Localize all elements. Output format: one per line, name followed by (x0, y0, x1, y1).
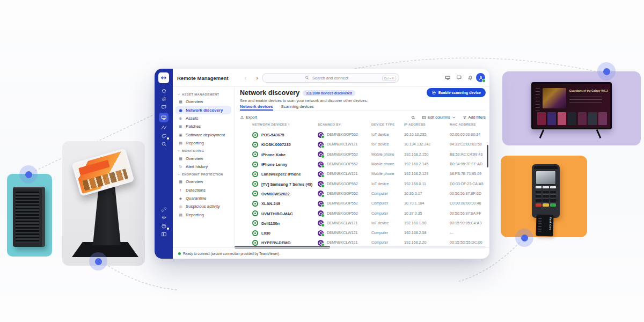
rail-top-group (155, 87, 173, 147)
sidebar-item-label: Overview (186, 179, 203, 184)
scanner-icon (318, 220, 324, 226)
table-row[interactable]: Lansweeper2 iPhone DEMNBKCLW121 Mobile p… (235, 169, 486, 179)
sidebar-item-overview[interactable]: ▦Overview (175, 98, 231, 106)
sidebar-item-reporting[interactable]: ▤Reporting (175, 139, 231, 147)
search-bar[interactable]: Ctrl + K (262, 73, 399, 83)
tv-panel: Guardians of the Galaxy Vol. 2 (502, 71, 641, 145)
rail-connections-icon[interactable] (159, 96, 169, 102)
rail-link-icon[interactable] (159, 207, 169, 213)
table-row[interactable]: L030 DEMNBKCLW121 Computer 192.168.2.58 … (235, 228, 486, 238)
sidebar-item-assets[interactable]: ⊕Assets (175, 114, 231, 122)
sidebar-section-header[interactable]: ASSET MANAGEMENT (173, 91, 234, 98)
table-row[interactable]: XLAN-249 DEMNBKGOP552 Computer 10.70.1.1… (235, 199, 486, 208)
scanner-icon (318, 162, 324, 167)
scanner-icon (318, 171, 324, 177)
sort-ascending-icon[interactable]: ↑ (288, 122, 290, 126)
terminal-image (532, 164, 560, 218)
enable-scanning-device-button[interactable]: Enable scanning device (427, 88, 486, 97)
sidebar-item-label: Assets (186, 116, 198, 121)
sidebar-item-label: Reporting (186, 141, 204, 145)
notifications-icon[interactable] (467, 75, 473, 80)
column-header-mac-address[interactable]: MAC ADDRESS (450, 122, 475, 126)
titlebar: Remote Management ‹ › Ctrl + K (173, 69, 489, 87)
page-title: Network discovery (240, 89, 299, 97)
device-connect-icon[interactable] (445, 75, 451, 80)
device-icon (252, 240, 258, 246)
sidebar-item-reporting[interactable]: ▤Reporting (175, 211, 231, 219)
person-icon (478, 75, 484, 80)
column-header-scanned-by[interactable]: SCANNED BY (318, 122, 341, 126)
vertical-scrollbar[interactable] (487, 145, 489, 167)
rail-session-history-icon[interactable] (159, 141, 169, 147)
table-row[interactable]: POS-543675 DEMNBKGOP552 IoT device 10.10… (235, 130, 486, 140)
grid-icon: ▦ (178, 157, 183, 160)
scanner-icon (318, 230, 324, 236)
rail-help-icon[interactable] (159, 223, 169, 229)
table-row[interactable]: OvM06WS2022 DEMNBKGOP552 Computer 10.36.… (235, 189, 486, 199)
rail-settings-icon[interactable] (159, 215, 169, 221)
nav-rail (155, 69, 173, 259)
sidebar-item-detections[interactable]: !Detections (175, 186, 231, 194)
rail-monitoring-icon[interactable] (159, 125, 169, 130)
scanner-icon (318, 201, 324, 207)
detections-icon: ! (178, 188, 183, 192)
table-row[interactable]: KIOSK-0007235 DEMNBKCLW121 IoT device 10… (235, 140, 486, 149)
sidebar-item-patches[interactable]: ⊞Patches (175, 122, 231, 130)
rail-backup-icon[interactable] (159, 133, 169, 139)
tv-caption: Guardians of the Galaxy Vol. 2 (569, 89, 608, 92)
sidebar-item-network-discovery[interactable]: ◉Network discovery (175, 106, 231, 114)
nav-forward-icon[interactable]: › (253, 74, 261, 82)
add-filters-button[interactable]: Add filters (463, 115, 486, 120)
column-header-device-type[interactable]: DEVICE TYPE (371, 122, 395, 126)
filter-icon (463, 115, 467, 120)
sidebar-item-quarantine[interactable]: ◈Quarantine (175, 194, 231, 202)
sidebar-section-header[interactable]: MONITORING (173, 147, 234, 154)
edit-columns-button[interactable]: Edit columns (422, 115, 456, 120)
sidebar-nav: ASSET MANAGEMENT▦Overview◉Network discov… (173, 87, 235, 247)
table-body: POS-543675 DEMNBKGOP552 IoT device 10.10… (235, 130, 486, 248)
sidebar-item-software-deployment[interactable]: ▣Software deployment (175, 131, 231, 139)
terminal-screen (536, 171, 556, 185)
table-row[interactable]: UVMTHIBO-MAC DEMNBKGOP552 Computer 10.37… (235, 208, 486, 218)
sidebar-section-header[interactable]: ENDPOINT PROTECTION (173, 171, 234, 178)
nav-back-icon[interactable]: ‹ (241, 74, 249, 82)
sidebar-item-overview[interactable]: ▦Overview (175, 154, 231, 162)
chevron-down-icon (177, 149, 180, 152)
report-icon: ▤ (178, 213, 183, 217)
globe-icon: ⊕ (178, 116, 183, 120)
device-icon (252, 162, 258, 167)
table-row[interactable]: [TV] Samsung 7 Series (49) DEMNBKGOP552 … (235, 179, 486, 188)
terminal-keypad (536, 190, 556, 202)
suspicious-icon: ◎ (178, 204, 183, 208)
column-header-ip-address[interactable]: IP ADDRESS (404, 122, 426, 126)
main-content: Network discovery 311/1000 devices disco… (235, 87, 489, 247)
table-search-button[interactable] (411, 115, 415, 120)
export-button[interactable]: Export (240, 115, 257, 120)
sidebar-item-overview[interactable]: ▦Overview (175, 178, 231, 186)
rail-remote-management-icon[interactable] (159, 113, 169, 122)
app-title: Remote Management (177, 69, 229, 87)
sidebar-item-alert-history[interactable]: ↻Alert history (175, 163, 231, 171)
sidebar-item-suspicious-activity[interactable]: ◎Suspicious activity (175, 202, 231, 210)
tab-scanning-devices[interactable]: Scanning devices (281, 104, 314, 111)
table-row[interactable]: iPhone Kobe DEMNBKGOP552 Mobile phone 19… (235, 150, 486, 159)
search-icon (305, 76, 309, 80)
rail-panels-icon[interactable] (159, 231, 169, 237)
rail-home-icon[interactable] (159, 87, 169, 93)
table-row[interactable]: iPhone Lenny DEMNBKGOP552 Mobile phone 1… (235, 159, 486, 169)
search-input[interactable] (311, 75, 356, 81)
table-row[interactable]: Dell1130n DEMNBKCLW121 IoT device 192.16… (235, 218, 486, 228)
device-icon (252, 191, 258, 196)
table-toolbar: Export Edit columns Add filters (240, 114, 486, 121)
rail-chat-icon[interactable] (159, 104, 169, 110)
chat-icon[interactable] (456, 75, 462, 80)
plus-icon (431, 90, 436, 95)
search-icon (411, 115, 415, 120)
status-dot (178, 252, 181, 255)
connector-dot (19, 165, 38, 184)
tab-network-devices[interactable]: Network devices (240, 104, 273, 111)
teamviewer-logo-icon[interactable] (158, 72, 169, 83)
avatar[interactable] (476, 73, 485, 82)
quarantine-icon: ◈ (178, 196, 183, 200)
column-header-network-devices[interactable]: NETWORK DEVICES↑ (252, 122, 287, 126)
